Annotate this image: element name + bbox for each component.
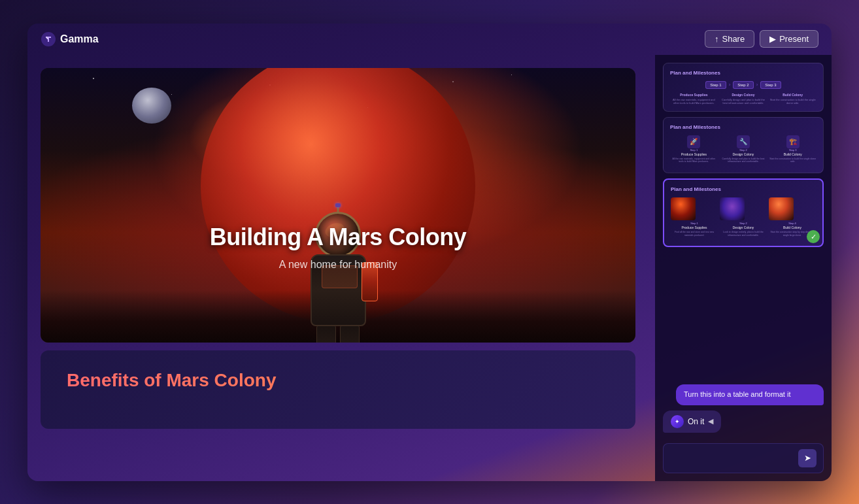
thumb-3-photo-2 — [720, 197, 745, 220]
right-sidebar: Plan and Milestones Step 1 › Step 2 › St… — [655, 55, 832, 481]
thumb-3-photo-3 — [769, 197, 794, 220]
hero-subtitle: A new home for humanity — [41, 259, 635, 271]
thumb-2-icon-1: 🚀 — [687, 135, 700, 148]
hero-title: Building A Mars Colony — [41, 224, 635, 251]
thumb-3-title: Plan and Milestones — [671, 186, 816, 192]
header-actions: ↑ Share ▶ Present — [705, 30, 818, 48]
chat-user-message: Turn this into a table and format it — [676, 384, 824, 405]
thumb-1-step-1: Step 1 — [705, 81, 726, 89]
chat-ai-response: ✦ On it ◀ — [663, 411, 824, 433]
slide-thumbnail-2[interactable]: Plan and Milestones 🚀 Step 1 Produce Sup… — [663, 117, 824, 173]
share-label: Share — [722, 34, 745, 44]
thumb-2-icons-row: 🚀 Step 1 Produce Supplies All the raw ma… — [670, 135, 817, 163]
gamma-logo-icon — [41, 31, 56, 47]
logo: Gamma — [41, 31, 99, 47]
chat-input-area: ➤ — [663, 443, 824, 473]
speaker-icon: ◀ — [708, 417, 713, 426]
chat-input[interactable] — [670, 454, 794, 463]
slide-thumbnail-1[interactable]: Plan and Milestones Step 1 › Step 2 › St… — [663, 63, 824, 112]
moon — [132, 88, 171, 124]
app-window: Gamma ↑ Share ▶ Present — [27, 24, 832, 481]
thumb-1-step-3: Step 3 — [760, 81, 781, 89]
thumb-1-title: Plan and Milestones — [670, 70, 817, 76]
ai-response-text: On it — [688, 417, 704, 426]
thumb-2-icon-3: 🏗️ — [786, 135, 800, 148]
selected-check-badge: ✓ — [807, 230, 820, 243]
star — [171, 94, 172, 95]
thumb-1-steps-row: Step 1 › Step 2 › Step 3 — [670, 81, 817, 89]
thumb-1-arrow-1: › — [729, 82, 731, 88]
logo-text: Gamma — [60, 33, 99, 45]
ai-bubble: ✦ On it ◀ — [663, 411, 721, 433]
thumb-1-item-3: Build Colony Start the construction to b… — [769, 93, 817, 105]
sidebar-spacer — [663, 252, 824, 379]
thumb-1-step-2: Step 2 — [733, 81, 753, 89]
star — [452, 81, 454, 82]
benefits-title: Benefits of Mars Colony — [67, 370, 609, 391]
header: Gamma ↑ Share ▶ Present — [27, 24, 832, 55]
thumb-2-title: Plan and Milestones — [670, 124, 817, 130]
thumb-1-arrow-2: › — [756, 82, 758, 88]
send-button[interactable]: ➤ — [798, 449, 817, 467]
thumb-3-photo-1 — [671, 197, 696, 220]
thumb-1-item-2: Design Colony Carefully design and plan … — [720, 93, 767, 105]
hero-slide: Building A Mars Colony A new home for hu… — [41, 68, 635, 343]
thumb-2-icon-2: 🔧 — [737, 135, 750, 148]
share-button[interactable]: ↑ Share — [705, 30, 754, 48]
star — [93, 78, 94, 79]
ai-icon: ✦ — [671, 415, 684, 428]
send-icon: ➤ — [804, 453, 811, 463]
main-content: Building A Mars Colony A new home for hu… — [27, 55, 648, 481]
share-icon: ↑ — [715, 34, 719, 44]
present-label: Present — [779, 34, 809, 44]
thumb-1-item-1: Produce Supplies All the raw materials, … — [670, 93, 718, 105]
benefits-slide: Benefits of Mars Colony — [41, 350, 635, 429]
present-button[interactable]: ▶ Present — [760, 30, 818, 48]
present-icon: ▶ — [769, 34, 776, 44]
thumb-3-photos-row: Step 1 Produce Supplies Find all the raw… — [671, 197, 816, 237]
thumb-1-content-row: Produce Supplies All the raw materials, … — [670, 93, 817, 105]
chat-messages: Turn this into a table and format it ✦ O… — [663, 384, 824, 437]
slide-thumbnail-3[interactable]: Plan and Milestones Step 1 Produce Suppl… — [663, 178, 824, 247]
astronaut-legs — [305, 325, 371, 343]
star — [511, 75, 512, 75]
